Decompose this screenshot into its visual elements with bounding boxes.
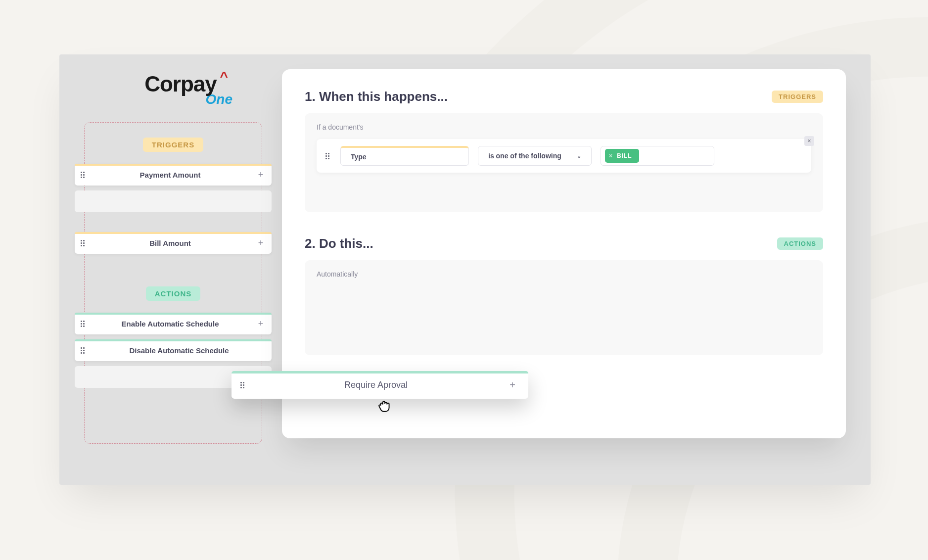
logo-main-text: Corpay <box>144 72 217 96</box>
condition-field-select[interactable]: Type <box>340 146 469 166</box>
action-card-disable-automatic-schedule[interactable]: Disable Automatic Schedule <box>75 339 272 361</box>
close-icon: × <box>807 138 811 144</box>
card-label: Payment Amount <box>87 171 254 179</box>
drag-handle-icon[interactable] <box>325 153 331 159</box>
card-accent <box>232 371 528 373</box>
logo-caret-icon: ^ <box>220 69 227 85</box>
trigger-card-payment-amount[interactable]: Payment Amount + <box>75 164 272 186</box>
remove-condition-button[interactable]: × <box>804 136 814 146</box>
condition-value-chip[interactable]: × BILL <box>605 149 639 163</box>
condition-value-text: BILL <box>617 152 632 159</box>
condition-operator-label: is one of the following <box>488 152 561 160</box>
logo: Corpay ^ One <box>79 72 262 107</box>
sidebar-triggers-pill: TRIGGERS <box>143 138 203 152</box>
drag-handle-icon[interactable] <box>81 321 87 327</box>
add-icon[interactable]: + <box>254 170 268 180</box>
card-label: Require Aproval <box>246 380 506 390</box>
condition-operator-select[interactable]: is one of the following ⌄ <box>478 146 592 166</box>
add-icon[interactable]: + <box>506 379 519 391</box>
sidebar-actions-pill: ACTIONS <box>146 286 201 301</box>
section-2-body[interactable]: Automatically <box>305 260 823 355</box>
drag-handle-icon[interactable] <box>81 240 87 246</box>
logo-main: Corpay ^ <box>144 72 217 96</box>
card-label: Enable Automatic Schedule <box>87 320 254 328</box>
card-accent <box>75 164 272 166</box>
section-1-hint: If a document's <box>317 123 811 131</box>
drag-handle-icon[interactable] <box>81 347 87 354</box>
grab-cursor-icon <box>376 397 393 416</box>
app-stage: Corpay ^ One TRIGGERS Payment Amount + B… <box>59 54 871 485</box>
remove-chip-icon[interactable]: × <box>609 152 613 159</box>
condition-field-label: Type <box>351 153 367 161</box>
card-accent <box>75 232 272 234</box>
add-icon[interactable]: + <box>254 238 268 248</box>
drag-handle-icon[interactable] <box>81 172 87 178</box>
section-2-header: 2. Do this... ACTIONS <box>305 236 823 251</box>
drag-handle-icon[interactable] <box>240 382 246 388</box>
section-1-header: 1. When this happens... TRIGGERS <box>305 89 823 104</box>
add-icon[interactable]: + <box>254 319 268 329</box>
section-2-badge: ACTIONS <box>777 237 824 250</box>
section-1-badge: TRIGGERS <box>772 91 823 103</box>
section-1-title: 1. When this happens... <box>305 89 448 104</box>
card-label: Bill Amount <box>87 239 254 247</box>
section-2-title: 2. Do this... <box>305 236 373 251</box>
action-card-enable-automatic-schedule[interactable]: Enable Automatic Schedule + <box>75 313 272 334</box>
trigger-placeholder-slot <box>75 190 272 212</box>
card-accent <box>75 313 272 315</box>
dragging-card-require-approval[interactable]: Require Aproval + <box>232 371 528 399</box>
card-accent <box>75 339 272 341</box>
section-2-hint: Automatically <box>317 270 811 278</box>
trigger-card-bill-amount[interactable]: Bill Amount + <box>75 232 272 254</box>
condition-row[interactable]: Type is one of the following ⌄ × BILL × <box>317 139 811 173</box>
condition-value-input[interactable]: × BILL <box>601 146 714 166</box>
chevron-down-icon: ⌄ <box>577 153 581 159</box>
card-label: Disable Automatic Schedule <box>87 346 272 355</box>
section-1-body: If a document's Type is one of the follo… <box>305 113 823 212</box>
